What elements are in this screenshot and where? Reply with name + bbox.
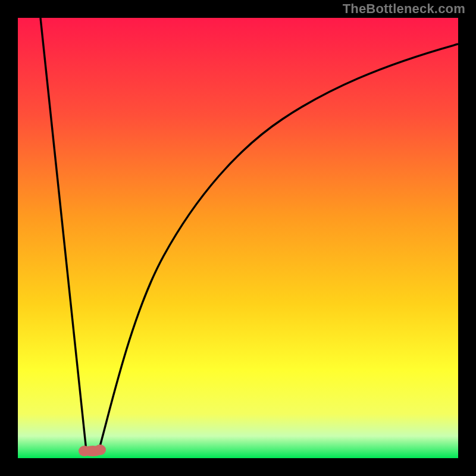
watermark-text: TheBottleneck.com: [343, 1, 465, 17]
chart-svg: [0, 0, 476, 476]
chart-frame: TheBottleneck.com: [0, 0, 476, 476]
plot-background: [18, 18, 458, 458]
svg-point-3: [94, 444, 106, 455]
svg-point-2: [79, 446, 90, 456]
minimum-marker: [79, 444, 106, 456]
